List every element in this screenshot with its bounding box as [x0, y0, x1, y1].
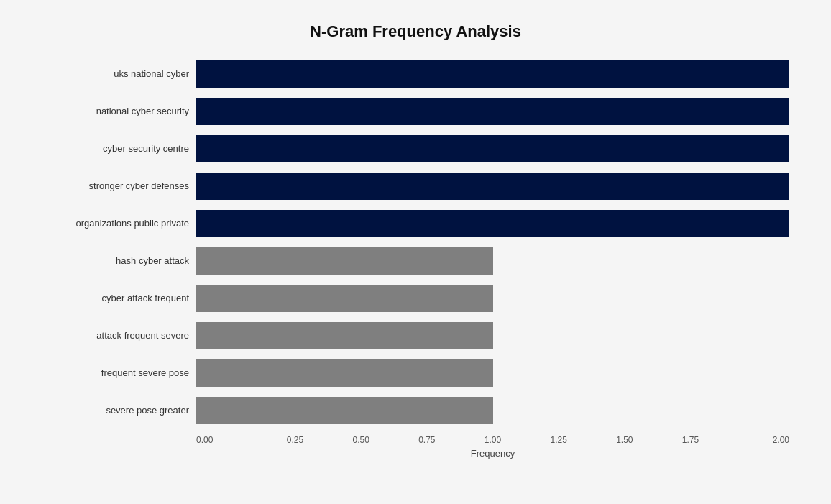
- bar-fill: [196, 210, 789, 237]
- bar-track: [196, 285, 789, 312]
- bar-row: national cyber security: [42, 93, 789, 130]
- bar-label: stronger cyber defenses: [42, 180, 196, 191]
- bar-fill: [196, 60, 789, 88]
- x-tick: 0.25: [262, 435, 329, 445]
- bar-row: uks national cyber: [42, 55, 789, 93]
- bar-track: [196, 210, 789, 237]
- bar-row: severe pose greater: [42, 392, 789, 429]
- x-axis-label: Frequency: [196, 448, 789, 459]
- bar-fill: [196, 359, 493, 387]
- bar-row: stronger cyber defenses: [42, 168, 789, 205]
- bar-fill: [196, 285, 493, 312]
- bar-fill: [196, 173, 789, 200]
- bar-label: cyber security centre: [42, 143, 196, 154]
- bar-track: [196, 247, 789, 275]
- bar-label: frequent severe pose: [42, 367, 196, 378]
- bar-row: cyber security centre: [42, 130, 789, 168]
- bar-fill: [196, 322, 493, 349]
- x-axis: 0.000.250.500.751.001.251.501.752.00: [196, 435, 789, 445]
- bar-row: organizations public private: [42, 205, 789, 242]
- bar-fill: [196, 397, 493, 424]
- x-tick: 0.00: [196, 435, 262, 445]
- bar-label: severe pose greater: [42, 405, 196, 416]
- bar-label: uks national cyber: [42, 68, 196, 79]
- bar-track: [196, 60, 789, 88]
- bar-track: [196, 98, 789, 125]
- bar-track: [196, 359, 789, 387]
- x-tick: 1.00: [460, 435, 526, 445]
- bar-row: cyber attack frequent: [42, 280, 789, 317]
- bar-fill: [196, 247, 493, 275]
- bar-track: [196, 397, 789, 424]
- bar-fill: [196, 135, 789, 162]
- bar-label: national cyber security: [42, 106, 196, 116]
- chart-area: uks national cybernational cyber securit…: [42, 55, 789, 429]
- bar-label: cyber attack frequent: [42, 293, 196, 303]
- bar-label: attack frequent severe: [42, 330, 196, 341]
- x-tick: 2.00: [723, 435, 789, 445]
- x-tick: 0.75: [394, 435, 460, 445]
- chart-title: N-Gram Frequency Analysis: [42, 22, 789, 41]
- bar-fill: [196, 98, 789, 125]
- bar-label: hash cyber attack: [42, 255, 196, 266]
- x-tick: 1.25: [525, 435, 592, 445]
- x-tick: 0.50: [328, 435, 394, 445]
- bar-row: attack frequent severe: [42, 317, 789, 354]
- bar-track: [196, 135, 789, 162]
- chart-container: N-Gram Frequency Analysis uks national c…: [20, 8, 811, 497]
- bar-row: hash cyber attack: [42, 242, 789, 280]
- bar-label: organizations public private: [42, 218, 196, 229]
- x-tick: 1.75: [658, 435, 724, 445]
- bar-track: [196, 322, 789, 349]
- bar-row: frequent severe pose: [42, 354, 789, 392]
- x-tick: 1.50: [592, 435, 658, 445]
- bar-track: [196, 173, 789, 200]
